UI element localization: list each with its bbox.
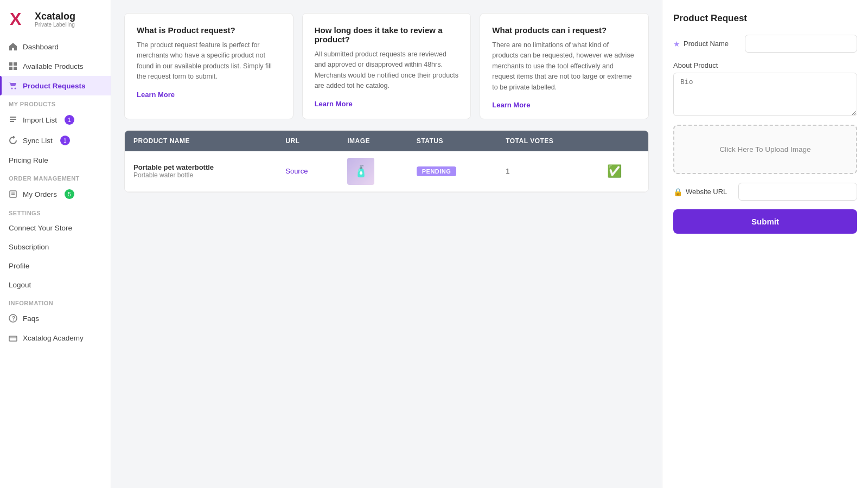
sidebar-label-product-requests: Product Requests <box>23 82 86 90</box>
svg-rect-8 <box>10 119 16 120</box>
lock-icon: 🔒 <box>673 188 682 196</box>
orders-icon <box>9 190 17 198</box>
sidebar-item-my-orders[interactable]: My Orders 5 <box>0 184 111 204</box>
section-order-management: ORDER MANAGEMENT <box>0 170 111 184</box>
import-icon <box>9 115 17 124</box>
sidebar-label-xcatalog-academy: Xcatalog Academy <box>23 334 84 342</box>
cart-icon <box>9 81 17 90</box>
svg-rect-7 <box>10 117 16 118</box>
product-name-input[interactable] <box>745 35 857 53</box>
my-orders-badge: 5 <box>65 189 74 199</box>
sidebar-label-pricing-rule: Pricing Rule <box>9 156 48 164</box>
sidebar-label-available-products: Available Products <box>23 62 84 70</box>
product-name-text: Portable pet waterbottle <box>133 163 268 171</box>
status-badge: PENDING <box>417 166 457 176</box>
panel-title: Product Request <box>673 13 857 24</box>
sidebar-label-profile: Profile <box>9 262 29 270</box>
faq-icon: ? <box>9 314 17 323</box>
product-requests-table: PRODUCT NAME URL IMAGE STATUS TOTAL VOTE… <box>124 130 649 192</box>
section-my-products: MY PRODUCTS <box>0 95 111 110</box>
product-thumbnail: 🧴 <box>347 158 374 185</box>
col-image: IMAGE <box>339 131 408 151</box>
svg-text:?: ? <box>12 316 15 322</box>
sidebar-item-pricing-rule[interactable]: Pricing Rule <box>0 151 111 170</box>
sidebar-label-subscription: Subscription <box>9 243 49 251</box>
table: PRODUCT NAME URL IMAGE STATUS TOTAL VOTE… <box>125 131 648 192</box>
sidebar-label-logout: Logout <box>9 281 31 289</box>
col-total-votes: TOTAL VOTES <box>497 131 598 151</box>
sidebar-label-faqs: Faqs <box>23 314 39 323</box>
main-content: What is Product request? The product req… <box>111 0 662 488</box>
sync-list-badge: 1 <box>60 136 70 145</box>
product-name-row: ★ Product Name <box>673 35 857 53</box>
info-card-3-link[interactable]: Learn More <box>492 101 530 109</box>
logo-icon: X <box>9 9 30 30</box>
brand-name: Xcatalog <box>35 11 75 22</box>
svg-rect-2 <box>14 62 17 66</box>
product-votes-cell: 1 <box>497 151 598 192</box>
sidebar-label-sync-list: Sync List <box>23 137 53 145</box>
about-product-label: About Product <box>673 61 857 69</box>
product-name-cell: Portable pet waterbottle Portable water … <box>125 151 277 192</box>
table-row: Portable pet waterbottle Portable water … <box>125 151 648 192</box>
sidebar-item-subscription[interactable]: Subscription <box>0 237 111 256</box>
svg-rect-1 <box>9 62 12 66</box>
svg-text:X: X <box>10 9 22 29</box>
sidebar-item-product-requests[interactable]: Product Requests <box>0 76 111 95</box>
required-star-icon: ★ <box>673 40 680 48</box>
info-card-2-body: All submitted product requests are revie… <box>315 49 459 92</box>
info-card-1-title: What is Product request? <box>137 25 281 35</box>
info-card-2: How long does it take to review a produc… <box>302 13 471 119</box>
sidebar-item-logout[interactable]: Logout <box>0 275 111 294</box>
website-url-row: 🔒 Website URL <box>673 183 857 201</box>
sidebar-item-dashboard[interactable]: Dashboard <box>0 37 111 56</box>
submit-button[interactable]: Submit <box>673 209 857 234</box>
sidebar-item-sync-list[interactable]: Sync List 1 <box>0 130 111 151</box>
sidebar-item-xcatalog-academy[interactable]: Xcatalog Academy <box>0 328 111 348</box>
col-url: URL <box>277 131 339 151</box>
info-card-3-body: There are no limitations of what kind of… <box>492 40 636 93</box>
product-status-cell: PENDING <box>408 151 497 192</box>
svg-point-5 <box>11 88 13 89</box>
sidebar: X Xcatalog Private Labelling Dashboard A… <box>0 0 111 488</box>
section-information: INFORMATION <box>0 294 111 309</box>
col-status: STATUS <box>408 131 497 151</box>
info-card-1: What is Product request? The product req… <box>124 13 293 119</box>
info-card-1-body: The product request feature is perfect f… <box>137 40 281 82</box>
home-icon <box>9 42 17 51</box>
brand-tagline: Private Labelling <box>35 22 75 28</box>
table-header-row: PRODUCT NAME URL IMAGE STATUS TOTAL VOTE… <box>125 131 648 151</box>
sidebar-label-dashboard: Dashboard <box>23 43 59 51</box>
upload-label-text: Click Here To Upload Image <box>720 145 811 153</box>
info-card-3: What products can i request? There are n… <box>480 13 649 119</box>
product-image-cell: 🧴 <box>339 151 408 192</box>
svg-rect-15 <box>9 336 17 341</box>
product-url-cell: Source <box>277 151 339 192</box>
product-request-panel: Product Request ★ Product Name About Pro… <box>662 0 868 488</box>
sidebar-item-import-list[interactable]: Import List 1 <box>0 110 111 130</box>
svg-rect-10 <box>10 191 16 197</box>
website-url-label: 🔒 Website URL <box>673 188 733 196</box>
info-cards-row: What is Product request? The product req… <box>124 13 649 119</box>
sidebar-item-connect-store[interactable]: Connect Your Store <box>0 219 111 237</box>
sidebar-label-connect-store: Connect Your Store <box>9 224 72 232</box>
svg-rect-4 <box>14 67 17 70</box>
sidebar-item-faqs[interactable]: ? Faqs <box>0 309 111 328</box>
upload-image-box[interactable]: Click Here To Upload Image <box>673 125 857 174</box>
info-card-2-link[interactable]: Learn More <box>315 100 353 108</box>
about-product-textarea[interactable] <box>673 73 857 116</box>
svg-point-6 <box>15 88 16 89</box>
source-link[interactable]: Source <box>285 167 308 175</box>
approved-checkmark-icon: ✅ <box>607 164 622 178</box>
col-product-name: PRODUCT NAME <box>125 131 277 151</box>
website-url-label-text: Website URL <box>686 188 727 196</box>
info-card-3-title: What products can i request? <box>492 25 636 35</box>
info-card-2-title: How long does it take to review a produc… <box>315 25 459 44</box>
sidebar-item-available-products[interactable]: Available Products <box>0 56 111 76</box>
website-url-input[interactable] <box>738 183 857 201</box>
info-card-1-link[interactable]: Learn More <box>137 91 175 99</box>
sidebar-label-import-list: Import List <box>23 116 57 124</box>
section-settings: SETTINGS <box>0 204 111 219</box>
logo-area: X Xcatalog Private Labelling <box>0 0 111 37</box>
sidebar-item-profile[interactable]: Profile <box>0 256 111 275</box>
